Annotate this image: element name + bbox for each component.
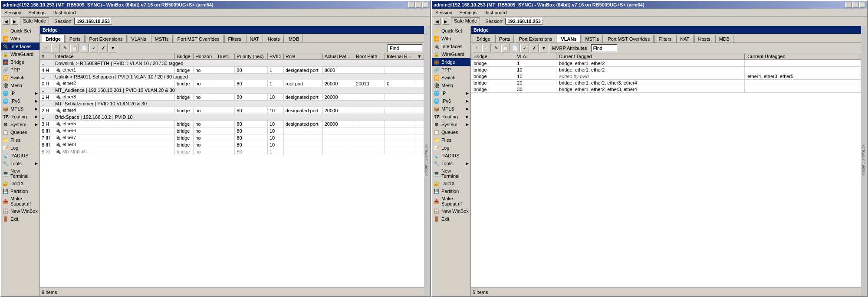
right-sidebar-mpls[interactable]: 📦 MPLS ▶ — [432, 105, 470, 113]
right-sidebar-ppp[interactable]: 🔗 PPP — [432, 66, 470, 74]
right-sidebar-files[interactable]: 📁 Files — [432, 136, 470, 144]
table-row[interactable]: 2 H 🔌 ether4 bridge no 80 10 designated … — [40, 107, 424, 114]
right-nav-back[interactable]: ◀ — [434, 18, 441, 25]
right-sidebar-winbox[interactable]: 🪟 New WinBox — [432, 207, 470, 215]
table-row[interactable]: bridge 1 bridge, ether1, ether2 — [471, 60, 861, 67]
tab-hosts-left[interactable]: Hosts — [264, 35, 284, 42]
tab-filters-right[interactable]: Filters — [654, 35, 675, 42]
right-sidebar-wifi[interactable]: 📶 WiFi — [432, 35, 470, 42]
table-row[interactable]: bridge 10 bridge, ether1, ether2 — [471, 67, 861, 73]
tab-nat-right[interactable]: NAT — [676, 35, 693, 42]
nav-forward-button[interactable]: ▶ — [11, 18, 18, 25]
right-sidebar-mesh[interactable]: 🕸 Mesh — [432, 82, 470, 89]
tab-filters-left[interactable]: Filters — [224, 35, 245, 42]
sidebar-item-switch[interactable]: 🔀 Switch — [1, 74, 39, 82]
sidebar-item-bridge[interactable]: 🌉 Bridge — [1, 58, 39, 66]
right-edit-button[interactable]: ✎ — [492, 44, 500, 52]
sidebar-item-ipv6[interactable]: 🌐 IPv6 ▶ — [1, 97, 39, 105]
table-row[interactable]: 6 IH 🔌 ether6 bridge no 80 10 — [40, 127, 424, 134]
sidebar-item-ip[interactable]: 🌐 IP ▶ — [1, 89, 39, 97]
tab-port-extensions-left[interactable]: Port Extensions — [85, 35, 127, 42]
sidebar-item-dot1x[interactable]: 🔐 Dot1X — [1, 180, 39, 187]
menu-session[interactable]: Session — [3, 10, 23, 16]
right-sidebar-supout[interactable]: 📤 Make Supout.rif — [432, 195, 470, 207]
menu-settings[interactable]: Settings — [26, 10, 47, 16]
col-num[interactable]: # — [40, 53, 53, 60]
enable-button[interactable]: ✓ — [89, 44, 98, 52]
tab-ports-left[interactable]: Ports — [66, 35, 85, 42]
right-sidebar-bridge[interactable]: 🌉 Bridge — [432, 58, 470, 66]
vlan-col-bridge[interactable]: Bridge — [471, 53, 514, 60]
table-row[interactable]: bridge 10 added by pvid ether4, ether3, … — [471, 73, 861, 80]
sidebar-item-ppp[interactable]: 🔗 PPP — [1, 66, 39, 74]
right-sidebar-partition[interactable]: 💾 Partition — [432, 187, 470, 195]
right-menu-session[interactable]: Session — [434, 10, 454, 16]
sidebar-item-log[interactable]: 📝 Log — [1, 144, 39, 152]
tab-vlans-right[interactable]: VLANs — [557, 35, 581, 42]
tab-ports-right[interactable]: Ports — [495, 35, 514, 42]
right-paste-button[interactable]: 📄 — [511, 44, 519, 52]
right-sidebar-exit[interactable]: 🚪 Exit — [432, 215, 470, 223]
menu-dashboard[interactable]: Dashboard — [51, 10, 78, 16]
table-row[interactable]: ... MT_Audience | 192.168.10.201 | PVID … — [40, 87, 424, 94]
right-nav-forward[interactable]: ▶ — [442, 18, 449, 25]
sidebar-item-wifi[interactable]: 📶 WiFi — [1, 35, 39, 42]
sidebar-item-terminal[interactable]: 💻 New Terminal — [1, 167, 39, 180]
right-minimize-button[interactable]: _ — [845, 2, 852, 8]
tab-bridge-left[interactable]: Bridge — [42, 35, 65, 42]
right-filter-button[interactable]: ▼ — [539, 44, 548, 52]
safe-mode-button[interactable]: Safe Mode — [20, 17, 49, 25]
table-row[interactable]: bridge 20 bridge, ether1, ether2, ether3… — [471, 80, 861, 86]
tab-mdb-right[interactable]: MDB — [715, 35, 733, 42]
right-sidebar-ip[interactable]: 🌐 IP ▶ — [432, 89, 470, 97]
right-sidebar-ipv6[interactable]: 🌐 IPv6 ▶ — [432, 97, 470, 105]
edit-button[interactable]: ✎ — [61, 44, 69, 52]
table-row[interactable]: 3 H 🔌 ether5 bridge no 80 10 designated … — [40, 121, 424, 127]
tab-portex-right[interactable]: Port Extensions — [515, 35, 556, 42]
col-bridge[interactable]: Bridge — [174, 53, 193, 60]
sidebar-item-wireguard[interactable]: 🔒 WireGuard — [1, 50, 39, 58]
right-sidebar-switch[interactable]: 🔀 Switch — [432, 74, 470, 82]
sidebar-item-mesh[interactable]: 🕸 Mesh — [1, 82, 39, 89]
restore-button[interactable]: □ — [415, 2, 421, 8]
tab-pmt-right[interactable]: Port MST Overrides — [604, 35, 654, 42]
right-copy-button[interactable]: 📋 — [501, 44, 510, 52]
minimize-button[interactable]: _ — [408, 2, 414, 8]
col-expand[interactable]: ▼ — [415, 53, 424, 60]
vlan-col-untagged[interactable]: Current Untagged — [745, 53, 861, 60]
tab-vlans-left[interactable]: VLANs — [128, 35, 150, 42]
right-sidebar-quickset[interactable]: ⚡ Quick Set — [432, 27, 470, 35]
right-sidebar-queues[interactable]: 📋 Queues — [432, 128, 470, 136]
right-menu-settings[interactable]: Settings — [457, 10, 478, 16]
right-sidebar-system[interactable]: ⚙ System ▶ — [432, 121, 470, 128]
tab-bridge-right[interactable]: Bridge — [473, 35, 494, 42]
sidebar-item-partition[interactable]: 💾 Partition — [1, 187, 39, 195]
sidebar-item-system[interactable]: ⚙ System ▶ — [1, 121, 39, 128]
sidebar-item-files[interactable]: 📁 Files — [1, 136, 39, 144]
vlan-col-vla[interactable]: VLA... — [514, 53, 556, 60]
col-actualpath[interactable]: Actual Pat... — [322, 53, 354, 60]
tab-mstis-left[interactable]: MSTIs — [151, 35, 173, 42]
tab-hosts-right[interactable]: Hosts — [694, 35, 714, 42]
disable-button[interactable]: ✗ — [99, 44, 108, 52]
sidebar-item-radius[interactable]: 📡 RADIUS — [1, 152, 39, 160]
col-role[interactable]: Role — [283, 53, 322, 60]
paste-button[interactable]: 📄 — [80, 44, 89, 52]
filter-button[interactable]: ▼ — [108, 44, 117, 52]
col-internal[interactable]: Internal R... — [385, 53, 415, 60]
table-row[interactable]: ... MT_Schlafzimmer | PVID 10 VLAN 20 & … — [40, 101, 424, 107]
sidebar-item-mpls[interactable]: 📦 MPLS ▶ — [1, 105, 39, 113]
right-sidebar-wireguard[interactable]: 🔒 WireGuard — [432, 50, 470, 58]
nav-back-button[interactable]: ◀ — [3, 18, 10, 25]
sidebar-item-interfaces[interactable]: 🔌 Interfaces — [1, 42, 39, 50]
vlan-col-tagged[interactable]: Current Tagged — [556, 53, 745, 60]
right-close-button[interactable]: ✕ — [859, 2, 865, 8]
right-menu-dashboard[interactable]: Dashboard — [482, 10, 509, 16]
right-sidebar-radius[interactable]: 📡 RADIUS — [432, 152, 470, 160]
right-sidebar-dot1x[interactable]: 🔐 Dot1X — [432, 180, 470, 187]
sidebar-item-exit[interactable]: 🚪 Exit — [1, 215, 39, 223]
tab-pmt-overrides-left[interactable]: Port MST Overrides — [174, 35, 224, 42]
right-sidebar-terminal[interactable]: 💻 New Terminal — [432, 167, 470, 180]
table-row[interactable]: 8 IH 🔌 ether8 bridge no 80 10 — [40, 141, 424, 148]
sidebar-item-supout[interactable]: 📤 Make Supout.rif — [1, 195, 39, 207]
